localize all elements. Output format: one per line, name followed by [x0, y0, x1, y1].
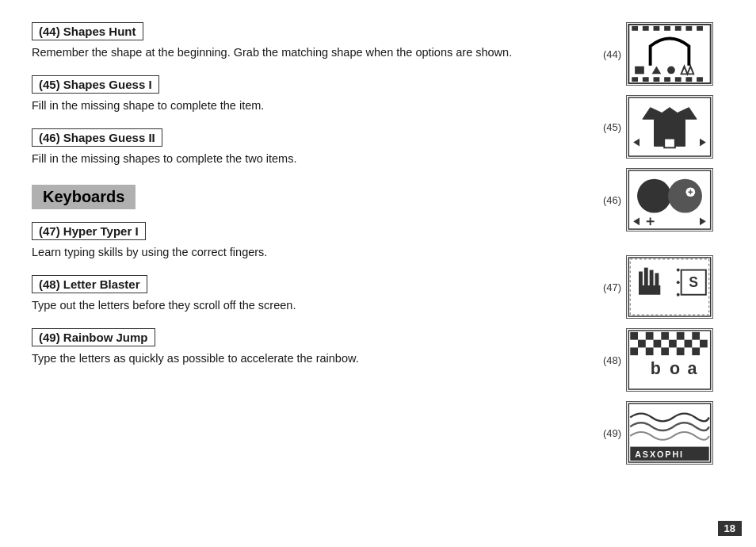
img-row-47: (47) — [598, 255, 724, 319]
svg-text:ASXOPHI: ASXOPHI — [635, 449, 684, 459]
entry-45-title: (45) Shapes Guess I — [32, 75, 159, 94]
img-number-45: (45) — [598, 121, 626, 133]
img-box-46 — [626, 168, 713, 231]
right-images: (44) — [598, 22, 724, 474]
img-row-45: (45) — [598, 95, 724, 159]
img-box-44 — [626, 22, 713, 86]
svg-point-45 — [677, 281, 680, 284]
svg-text:S: S — [689, 274, 698, 290]
entry-44-title: (44) Shapes Hunt — [32, 22, 143, 40]
keyboards-header: Keyboards — [32, 185, 136, 209]
entry-48-title: (48) Letter Blaster — [32, 275, 147, 293]
svg-rect-16 — [635, 67, 644, 75]
svg-rect-41 — [639, 285, 660, 295]
svg-rect-58 — [630, 347, 638, 355]
svg-text:o: o — [670, 359, 680, 378]
svg-point-18 — [667, 67, 675, 75]
svg-rect-48 — [630, 332, 638, 340]
entry-48: (48) Letter Blaster Type out the letters… — [32, 275, 582, 314]
page-number: 18 — [718, 521, 742, 536]
entry-47-title: (47) Hyper Typer I — [32, 222, 146, 240]
entry-47: (47) Hyper Typer I Learn typing skills b… — [32, 222, 582, 261]
img-box-45 — [626, 95, 713, 159]
entry-44-desc: Remember the shape at the beginning. Gra… — [32, 44, 582, 61]
svg-rect-62 — [692, 347, 700, 355]
svg-rect-4 — [664, 26, 670, 31]
svg-rect-9 — [643, 77, 649, 82]
svg-point-27 — [668, 179, 702, 213]
entry-45: (45) Shapes Guess I Fill in the missing … — [32, 75, 582, 114]
svg-point-26 — [637, 179, 671, 213]
entry-49-title: (49) Rainbow Jump — [32, 328, 155, 346]
svg-rect-12 — [675, 77, 682, 82]
svg-rect-37 — [639, 272, 643, 288]
img-number-49: (49) — [598, 427, 626, 439]
img-box-49: ASXOPHI — [626, 401, 713, 465]
svg-rect-53 — [638, 340, 646, 348]
entry-47-desc: Learn typing skills by using the correct… — [32, 244, 582, 261]
entry-46-title: (46) Shapes Guess II — [32, 128, 162, 147]
svg-text:a: a — [687, 359, 697, 378]
img-box-48: b o a — [626, 328, 713, 392]
svg-rect-6 — [685, 26, 692, 31]
svg-rect-7 — [697, 26, 703, 31]
svg-rect-13 — [685, 77, 692, 82]
svg-rect-39 — [650, 270, 654, 287]
svg-rect-59 — [646, 347, 654, 355]
svg-rect-14 — [697, 77, 703, 82]
svg-rect-52 — [692, 332, 700, 340]
svg-point-44 — [677, 269, 680, 272]
left-content: (44) Shapes Hunt Remember the shape at t… — [32, 22, 598, 474]
svg-rect-40 — [655, 273, 659, 287]
svg-rect-49 — [646, 332, 654, 340]
svg-rect-5 — [675, 26, 682, 31]
svg-rect-61 — [677, 347, 685, 355]
entry-48-desc: Type out the letters before they scroll … — [32, 297, 582, 314]
img-row-48: (48) — [598, 328, 724, 392]
img-number-44: (44) — [598, 48, 626, 60]
svg-point-46 — [677, 293, 680, 296]
entry-46: (46) Shapes Guess II Fill in the missing… — [32, 128, 582, 167]
svg-rect-54 — [654, 340, 662, 348]
svg-rect-1 — [632, 26, 638, 31]
svg-rect-38 — [644, 268, 648, 287]
entry-46-desc: Fill in the missing shapes to complete t… — [32, 151, 582, 167]
svg-rect-56 — [685, 340, 693, 348]
img-row-49: (49) ASXOPHI — [598, 401, 724, 465]
entry-49: (49) Rainbow Jump Type the letters as qu… — [32, 328, 582, 367]
svg-rect-55 — [669, 340, 677, 348]
spacer — [598, 241, 724, 255]
svg-text:b: b — [651, 359, 661, 378]
img-box-47: S — [626, 255, 713, 319]
img-number-48: (48) — [598, 354, 626, 366]
entry-45-desc: Fill in the missing shape to complete th… — [32, 98, 582, 114]
svg-rect-3 — [654, 26, 660, 31]
svg-rect-50 — [661, 332, 669, 340]
entry-49-desc: Type the letters as quickly as possible … — [32, 350, 582, 367]
svg-rect-57 — [700, 340, 708, 348]
keyboards-section: Keyboards (47) Hyper Typer I Learn typin… — [32, 182, 582, 367]
svg-rect-10 — [654, 77, 660, 82]
entry-44: (44) Shapes Hunt Remember the shape at t… — [32, 22, 582, 61]
svg-rect-2 — [643, 26, 649, 31]
img-number-46: (46) — [598, 194, 626, 206]
svg-rect-51 — [677, 332, 685, 340]
svg-rect-60 — [661, 347, 669, 355]
svg-rect-11 — [664, 77, 670, 82]
img-number-47: (47) — [598, 281, 626, 293]
img-row-44: (44) — [598, 22, 724, 86]
svg-rect-23 — [664, 139, 675, 148]
svg-rect-8 — [632, 77, 638, 82]
img-row-46: (46) — [598, 168, 724, 231]
